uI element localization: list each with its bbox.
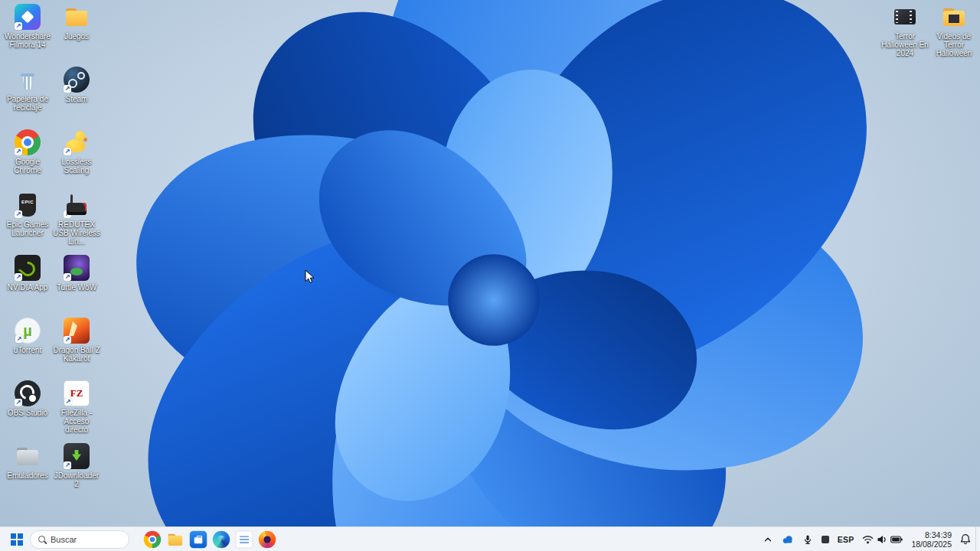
desktop-icon-recycle[interactable]: Papelera de reciclaje — [3, 67, 52, 129]
epic-icon — [15, 192, 41, 218]
taskbar-left-group: Buscar — [0, 527, 279, 551]
utorrent-icon — [15, 318, 41, 344]
onedrive-button[interactable] — [778, 529, 798, 550]
chrome-icon — [144, 530, 161, 547]
desktop-icon-folder-video[interactable]: Videos de Terror Halloween — [929, 4, 978, 67]
microphone-button[interactable] — [799, 529, 817, 550]
desktop-icon-epic[interactable]: Epic Games Launcher — [3, 192, 52, 255]
shortcut-arrow-icon — [15, 22, 22, 30]
steam-icon — [64, 67, 90, 93]
taskbar-app-notes[interactable] — [233, 528, 256, 551]
desktop-icon-obs[interactable]: OBS Studio — [3, 380, 52, 443]
desktop-icon-usb[interactable]: REDUTEX USB Wireless Lin... — [52, 192, 101, 255]
desktop-icon-jd[interactable]: JDownloader 2 — [52, 443, 101, 506]
chevron-up-icon — [763, 534, 773, 545]
taskbar-app-firefox[interactable] — [256, 528, 279, 551]
dbz-icon — [64, 318, 90, 344]
notes-icon — [236, 530, 253, 547]
nvidia-icon — [15, 255, 41, 281]
turtle-icon — [64, 255, 90, 281]
chrome-icon — [15, 129, 41, 155]
shortcut-arrow-icon — [15, 210, 22, 218]
taskbar-app-file-explorer[interactable] — [164, 528, 187, 551]
shortcut-arrow-icon — [64, 85, 71, 93]
notifications-bell-button[interactable] — [956, 529, 975, 550]
tray-date: 18/08/2025 — [911, 540, 952, 549]
shortcut-arrow-icon — [15, 335, 23, 343]
bell-icon — [960, 533, 971, 545]
taskbar-apps — [141, 528, 279, 551]
store-icon — [190, 530, 207, 547]
taskbar-app-chrome[interactable] — [141, 528, 164, 551]
desktop-icon-utorrent[interactable]: uTorrent — [3, 318, 52, 380]
desktop-icon-video[interactable]: Terror Halloween En 2024 — [880, 4, 929, 67]
filezilla-icon — [64, 380, 90, 406]
shortcut-arrow-icon — [64, 398, 72, 406]
desktop-top-right-icons: Terror Halloween En 2024 Videos de Terro… — [880, 4, 978, 67]
duck-icon — [64, 129, 90, 155]
start-button[interactable] — [8, 529, 26, 550]
firefox-icon — [259, 530, 276, 547]
show-desktop-button[interactable] — [975, 527, 980, 551]
battery-icon — [890, 536, 903, 543]
desktop-icon-turtle[interactable]: Turtle WoW — [52, 255, 101, 318]
edge-icon — [213, 530, 230, 547]
volume-icon — [877, 535, 887, 544]
jd-icon — [64, 443, 90, 469]
network-volume-battery[interactable] — [858, 529, 906, 550]
hidden-icons-button[interactable] — [759, 529, 777, 550]
obs-icon — [15, 380, 41, 406]
language-indicator[interactable]: ESP — [834, 529, 858, 550]
taskbar: Buscar — [0, 527, 980, 551]
shortcut-arrow-icon — [15, 273, 22, 281]
desktop-icon-duck[interactable]: Lossless Scaling — [52, 129, 101, 192]
taskbar-app-edge[interactable] — [210, 528, 233, 551]
filmora-icon — [15, 4, 41, 30]
shortcut-arrow-icon — [64, 210, 71, 218]
folder-icon — [167, 530, 184, 547]
shortcut-arrow-icon — [64, 336, 71, 344]
tray-time: 8:34:39 — [925, 530, 952, 540]
wifi-icon — [862, 535, 874, 544]
desktop-icon-filezilla[interactable]: FileZilla - Acceso directo — [52, 380, 101, 443]
wallpaper-bloom-image — [0, 0, 980, 527]
desktop-icon-dbz[interactable]: Dragon Ball Z Kakarot — [52, 318, 101, 380]
shortcut-arrow-icon — [64, 148, 71, 155]
taskbar-search[interactable]: Buscar — [30, 530, 129, 549]
desktop-icon-filmora[interactable]: Wondershare Filmora 14 — [3, 4, 52, 67]
folder-video-icon — [941, 4, 967, 30]
desktop-icon-folder[interactable]: Juegos — [52, 4, 101, 67]
shortcut-arrow-icon — [15, 148, 22, 155]
desktop-icon-chrome[interactable]: Google Chrome — [3, 129, 52, 192]
search-label: Buscar — [51, 535, 77, 544]
onedrive-cloud-icon — [782, 534, 794, 544]
video-icon — [892, 4, 918, 30]
emu-icon — [15, 443, 41, 469]
recycle-icon — [15, 67, 41, 93]
tray-app-button[interactable] — [818, 529, 833, 550]
desktop-icon-grid: Wondershare Filmora 14 Papelera de recic… — [3, 4, 101, 506]
desktop-area[interactable]: Wondershare Filmora 14 Papelera de recic… — [0, 0, 980, 527]
search-icon — [38, 536, 45, 543]
microphone-icon — [802, 534, 813, 545]
windows-logo-icon — [11, 533, 23, 546]
usb-icon — [64, 192, 90, 218]
clock[interactable]: 8:34:39 18/08/2025 — [907, 529, 956, 550]
desktop-icon-nvidia[interactable]: NVIDIA App — [3, 255, 52, 318]
shortcut-arrow-icon — [64, 273, 71, 281]
shortcut-arrow-icon — [64, 461, 71, 469]
taskbar-app-microsoft-store[interactable] — [187, 528, 210, 551]
desktop-icon-steam[interactable]: Steam — [52, 67, 101, 129]
desktop-icon-emu[interactable]: Emuladores — [3, 443, 52, 506]
tray-app-icon — [822, 536, 829, 543]
windows-desktop: Wondershare Filmora 14 Papelera de recic… — [0, 0, 980, 551]
system-tray: ESP 8:34:39 18/08/2025 — [759, 527, 980, 551]
shortcut-arrow-icon — [15, 399, 22, 406]
folder-icon — [64, 4, 90, 30]
